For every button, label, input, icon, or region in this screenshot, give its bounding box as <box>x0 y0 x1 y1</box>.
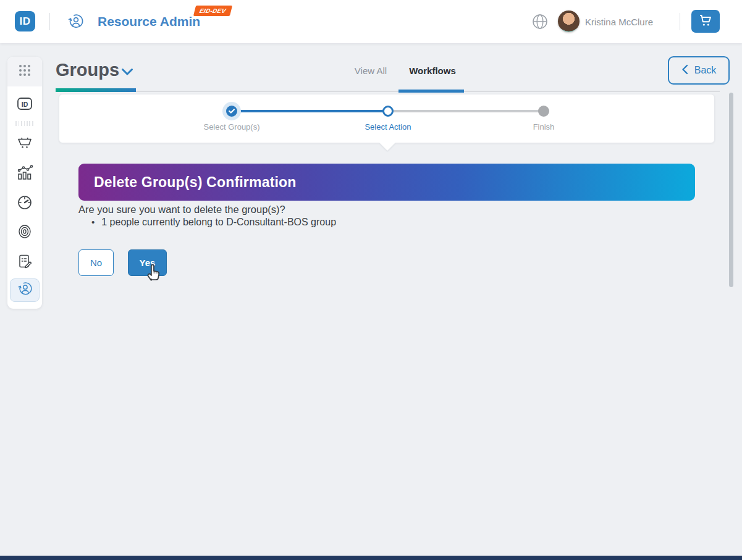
chevron-left-icon <box>681 64 688 77</box>
app-title: Resource Admin <box>98 14 200 29</box>
top-header: ID Resource Admin EID-DEV Kristina McClu… <box>0 0 742 43</box>
gauge-icon <box>17 194 33 213</box>
sidebar-item-apps[interactable] <box>7 57 42 86</box>
step-finish-dot[interactable] <box>538 106 549 117</box>
back-label: Back <box>694 65 717 76</box>
sidebar-item-resource-admin[interactable] <box>10 278 40 302</box>
step-finish-label: Finish <box>482 122 605 132</box>
avatar[interactable] <box>558 10 580 32</box>
check-icon <box>229 109 235 114</box>
confirmation-question: Are you sure you want to delete the grou… <box>78 204 285 215</box>
resource-admin-icon <box>16 280 33 300</box>
stepper-caret <box>379 143 395 151</box>
no-button[interactable]: No <box>78 249 114 276</box>
audit-form-icon <box>17 253 33 272</box>
title-underline <box>56 88 136 92</box>
resource-admin-icon <box>66 12 85 31</box>
cart-icon <box>699 14 712 29</box>
step-select-groups-dot[interactable] <box>226 106 237 117</box>
vertical-scrollbar[interactable] <box>729 93 733 287</box>
page-title: Groups <box>56 60 119 80</box>
sidebar-item-shop[interactable] <box>17 135 33 153</box>
shopping-cart-icon <box>17 135 33 153</box>
header-divider <box>49 13 50 30</box>
active-tab-underline <box>398 90 464 93</box>
resource-admin-app: ID Resource Admin EID-DEV Kristina McClu… <box>0 0 742 560</box>
mouse-cursor-icon <box>146 262 162 285</box>
sidebar-item-gauge[interactable] <box>17 194 33 213</box>
tabs-baseline <box>56 91 720 92</box>
sidebar-item-id[interactable]: ID <box>16 95 33 115</box>
svg-text:ID: ID <box>22 101 28 108</box>
footer-bar <box>0 556 742 560</box>
bullet-marker: • <box>91 217 95 227</box>
workflow-stepper: Select Group(s) Select Action Finish <box>59 94 715 143</box>
confirmation-banner: Delete Group(s) Confirmation <box>78 164 695 201</box>
sidebar-item-fingerprint[interactable] <box>17 224 33 242</box>
stepper-connector-todo <box>388 110 544 112</box>
sidebar-item-audit[interactable] <box>17 253 33 272</box>
step-select-action-label: Select Action <box>326 122 450 132</box>
confirmation-title: Delete Group(s) Confirmation <box>78 174 297 191</box>
tab-workflows[interactable]: Workflows <box>402 65 463 76</box>
step-select-action-dot[interactable] <box>382 106 394 117</box>
brand-logo[interactable]: ID <box>15 11 35 31</box>
left-sidebar: ID <box>7 57 42 309</box>
step-select-groups-label: Select Group(s) <box>170 122 293 132</box>
back-button[interactable]: Back <box>668 56 730 85</box>
cart-button[interactable] <box>691 10 720 33</box>
bullet-text: 1 people currently belong to D-Consultan… <box>101 217 336 228</box>
user-name: Kristina McClure <box>585 17 653 27</box>
fingerprint-icon <box>17 224 33 242</box>
globe-icon[interactable] <box>532 14 548 30</box>
confirmation-bullet: • 1 people currently belong to D-Consult… <box>91 217 336 228</box>
apps-grid-icon <box>18 64 32 80</box>
chevron-down-icon[interactable] <box>121 67 133 78</box>
id-badge-icon: ID <box>16 95 33 115</box>
tab-view-all[interactable]: View All <box>346 65 395 76</box>
analytics-chart-icon <box>16 164 33 183</box>
environment-badge: EID-DEV <box>193 6 232 16</box>
sidebar-item-analytics[interactable] <box>16 164 33 183</box>
stepper-connector-done <box>232 110 388 112</box>
ticks-divider <box>15 121 34 126</box>
header-divider <box>680 13 680 30</box>
